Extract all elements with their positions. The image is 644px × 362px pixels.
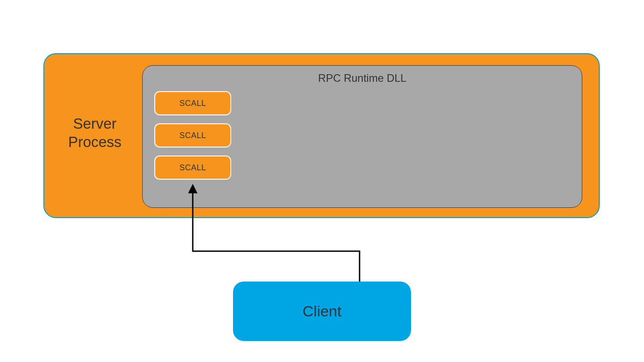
client-box: Client [233,282,411,341]
diagram-canvas: Server Process RPC Runtime DLL SCALL SCA… [0,0,644,362]
rpc-runtime-label: RPC Runtime DLL [142,72,582,84]
scall-label: SCALL [179,131,206,140]
scall-box: SCALL [154,156,231,180]
scall-box: SCALL [154,123,231,147]
scall-label: SCALL [179,163,206,173]
server-process-label: Server Process [50,114,140,152]
scall-label: SCALL [179,99,206,108]
scall-box: SCALL [154,91,231,115]
client-label: Client [303,303,342,320]
